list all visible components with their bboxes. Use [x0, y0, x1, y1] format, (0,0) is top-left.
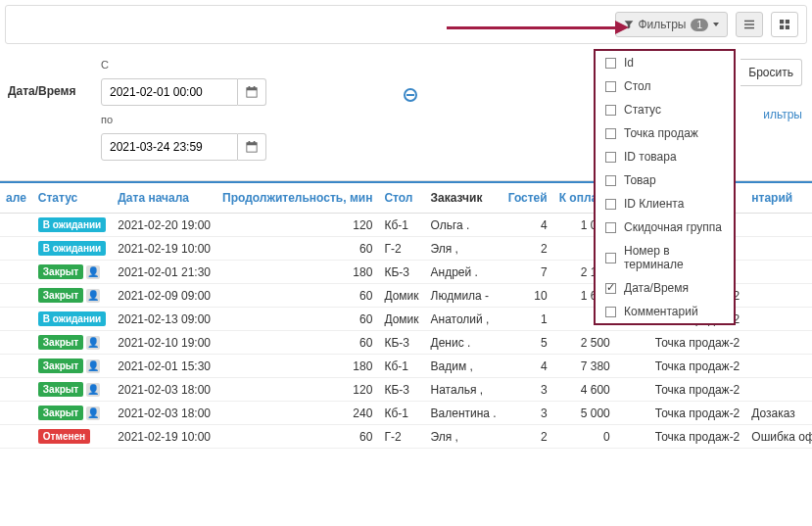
- date-range-group: С по: [101, 59, 266, 161]
- date-to-group: [101, 133, 266, 161]
- status-badge: В ожидании: [38, 311, 106, 326]
- checkbox-icon: [605, 222, 616, 233]
- filter-option[interactable]: Стол: [596, 74, 734, 98]
- col-comment-fragment[interactable]: нтарий: [745, 182, 812, 214]
- date-from-input[interactable]: [101, 78, 238, 106]
- svg-rect-8: [247, 88, 257, 91]
- svg-rect-13: [249, 141, 251, 144]
- filters-label: Фильтры: [639, 18, 687, 31]
- filter-option[interactable]: Номер в терминале: [596, 239, 734, 276]
- filter-option-label: Стол: [624, 79, 650, 93]
- filter-option-label: Товар: [624, 173, 656, 187]
- svg-rect-14: [254, 141, 256, 144]
- filter-option[interactable]: Комментарий: [596, 300, 734, 323]
- caret-down-icon: [713, 23, 719, 26]
- col-customer: Заказчик: [425, 182, 502, 214]
- checkbox-icon: [605, 81, 616, 92]
- person-icon: 👤: [86, 336, 100, 350]
- filter-option[interactable]: Товар: [596, 168, 734, 192]
- view-list-button[interactable]: [736, 12, 763, 37]
- status-badge: Закрыт: [38, 406, 83, 420]
- date-from-group: [101, 78, 266, 106]
- view-grid-button[interactable]: [771, 12, 798, 37]
- filter-option[interactable]: ID Клиента: [596, 192, 734, 215]
- person-icon: 👤: [86, 406, 100, 420]
- checkbox-icon: [605, 105, 616, 116]
- filter-option[interactable]: ID товара: [596, 145, 734, 168]
- table-row[interactable]: Отменен2021-02-19 10:0060Г-2Эля ,20Точка…: [0, 425, 812, 449]
- filter-option-label: ID товара: [624, 150, 677, 164]
- reset-button[interactable]: Бросить: [740, 59, 802, 86]
- checkbox-icon: [605, 199, 616, 210]
- svg-rect-5: [780, 25, 784, 29]
- svg-rect-2: [744, 27, 754, 28]
- col-fragment-left[interactable]: але: [0, 182, 32, 214]
- checkbox-icon: [605, 175, 616, 186]
- filter-option[interactable]: Дата/Время: [596, 276, 734, 300]
- date-from-picker-button[interactable]: [238, 78, 266, 106]
- checkbox-icon: [605, 253, 616, 263]
- svg-rect-3: [780, 20, 784, 24]
- status-badge: Отменен: [38, 429, 90, 444]
- svg-rect-6: [786, 25, 789, 29]
- person-icon: 👤: [86, 359, 100, 373]
- status-badge: В ожидании: [38, 241, 106, 256]
- date-to-picker-button[interactable]: [238, 133, 266, 161]
- filter-option-label: Id: [624, 56, 634, 70]
- date-to-input[interactable]: [101, 133, 238, 161]
- list-icon: [744, 19, 754, 30]
- topbar: Фильтры 1: [5, 5, 807, 44]
- col-table[interactable]: Стол: [378, 182, 424, 214]
- from-label: С: [101, 59, 266, 71]
- status-badge: Закрыт: [38, 359, 83, 373]
- svg-rect-4: [786, 20, 789, 24]
- status-badge: Закрыт: [38, 264, 83, 279]
- checkbox-icon: [605, 307, 616, 317]
- table-row[interactable]: Закрыт👤2021-02-03 18:00120КБ-3Наталья ,3…: [0, 378, 812, 402]
- filter-option[interactable]: Статус: [596, 98, 734, 121]
- filter-option[interactable]: Скидочная группа: [596, 215, 734, 239]
- status-badge: Закрыт: [38, 335, 83, 350]
- filters-count-badge: 1: [691, 19, 708, 31]
- svg-rect-10: [254, 86, 256, 89]
- col-guests[interactable]: Гостей: [502, 182, 553, 214]
- filter-option-label: Скидочная группа: [624, 220, 722, 234]
- table-row[interactable]: Закрыт👤2021-02-01 15:30180Кб-1Вадим ,47 …: [0, 355, 812, 378]
- filter-option-label: Номер в терминале: [624, 244, 724, 271]
- calendar-icon: [246, 86, 258, 98]
- col-start[interactable]: Дата начала: [112, 182, 216, 214]
- col-duration[interactable]: Продолжительность, мин: [216, 182, 378, 214]
- status-badge: Закрыт: [38, 288, 83, 303]
- filter-option[interactable]: Точка продаж: [596, 121, 734, 145]
- svg-rect-1: [744, 24, 754, 24]
- person-icon: 👤: [86, 383, 100, 397]
- filter-option[interactable]: Id: [596, 51, 734, 74]
- col-status[interactable]: Статус: [32, 182, 112, 214]
- filter-option-label: Дата/Время: [624, 281, 689, 295]
- svg-rect-9: [249, 86, 251, 89]
- checkbox-icon: [605, 152, 616, 163]
- table-row[interactable]: Закрыт👤2021-02-03 18:00240Кб-1Валентина …: [0, 402, 812, 425]
- calendar-icon: [246, 141, 258, 153]
- checkbox-icon: [605, 58, 616, 69]
- table-row[interactable]: Закрыт👤2021-02-10 19:0060КБ-3Денис .52 5…: [0, 331, 812, 355]
- checkbox-icon: [605, 283, 616, 294]
- checkbox-icon: [605, 128, 616, 139]
- filter-option-label: ID Клиента: [624, 197, 684, 211]
- to-label: по: [101, 114, 266, 125]
- filters-dropdown: IdСтолСтатусТочка продажID товараТоварID…: [594, 49, 736, 325]
- filter-field-label: Дата/Время: [8, 59, 81, 98]
- filter-option-label: Комментарий: [624, 305, 698, 318]
- remove-filter-button[interactable]: [404, 88, 417, 102]
- filters-button[interactable]: Фильтры 1: [615, 12, 729, 37]
- filter-option-label: Точка продаж: [624, 126, 698, 140]
- grid-icon: [780, 19, 789, 30]
- svg-rect-12: [247, 143, 257, 146]
- status-badge: Закрыт: [38, 382, 83, 397]
- person-icon: 👤: [86, 265, 100, 279]
- filter-actions: Бросить ильтры: [740, 59, 802, 121]
- person-icon: 👤: [86, 289, 100, 303]
- status-badge: В ожидании: [38, 217, 106, 232]
- filters-link[interactable]: ильтры: [740, 108, 802, 121]
- svg-rect-0: [744, 21, 754, 22]
